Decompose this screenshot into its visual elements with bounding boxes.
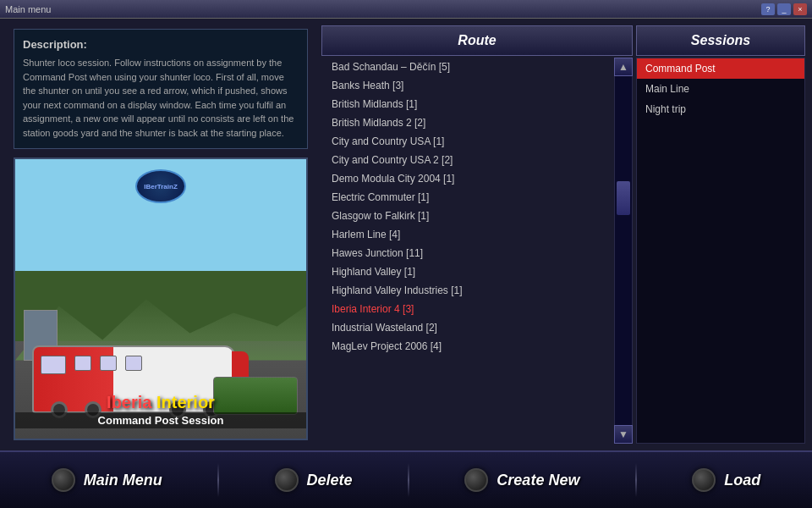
button-separator-1 [217, 463, 219, 497]
route-item[interactable]: Glasgow to Falkirk [1] [321, 207, 614, 225]
route-item[interactable]: Demo Modula City 2004 [1] [321, 169, 614, 188]
logo-badge: IBerTrainZ [135, 169, 186, 203]
route-header: Route [321, 25, 633, 56]
bottom-bar: Main Menu Delete Create New Load [0, 450, 812, 508]
description-title: Description: [23, 38, 299, 51]
close-button[interactable]: × [793, 3, 807, 15]
route-item[interactable]: Electric Commuter [1] [321, 188, 614, 207]
sessions-scroll-area: Command Post Main Line Night trip [636, 58, 805, 444]
load-button-circle [692, 468, 716, 492]
overlay-line1-red: Iberia [107, 393, 151, 411]
session-list: Command Post Main Line Night trip [637, 58, 804, 119]
button-separator-2 [408, 463, 409, 497]
session-item-command-post[interactable]: Command Post [637, 58, 804, 79]
sessions-column: Sessions Command Post Main Line Night tr… [636, 25, 805, 444]
delete-button-circle [275, 468, 299, 492]
overlay-line2: Command Post Session [15, 412, 306, 428]
create-new-button-circle [464, 468, 488, 492]
route-item[interactable]: British Midlands 2 [2] [321, 113, 614, 132]
preview-image: IBerTrainZ Iberia Interior Command Post … [14, 157, 308, 440]
route-item[interactable]: MagLev Project 2006 [4] [321, 337, 614, 356]
route-scroll-area[interactable]: Bad Schandau – Děčín [5] Banks Heath [3]… [321, 58, 614, 444]
route-item[interactable]: Harlem Line [4] [321, 225, 614, 244]
right-panel: Route Bad Schandau – Děčín [5] Banks Hea… [321, 19, 812, 450]
route-scroll-controls: ▲ ▼ [614, 58, 633, 444]
button-separator-3 [635, 463, 637, 497]
route-list: Bad Schandau – Děčín [5] Banks Heath [3]… [321, 58, 614, 356]
main-menu-button-circle [52, 468, 75, 492]
main-content: Description: Shunter loco session. Follo… [0, 19, 812, 450]
session-item-night-trip[interactable]: Night trip [637, 99, 804, 119]
main-menu-button-label: Main Menu [84, 472, 162, 489]
scroll-thumb[interactable] [617, 181, 630, 215]
route-item[interactable]: Industrial Wasteland [2] [321, 318, 614, 337]
create-new-button-label: Create New [497, 472, 579, 489]
route-item[interactable]: Banks Heath [3] [321, 76, 614, 95]
route-item[interactable]: British Midlands [1] [321, 95, 614, 113]
minimize-button[interactable]: _ [777, 3, 791, 15]
route-item-selected[interactable]: Iberia Interior 4 [3] [321, 300, 614, 318]
sessions-header: Sessions [636, 25, 805, 56]
load-button[interactable]: Load [678, 463, 774, 497]
scroll-up-button[interactable]: ▲ [614, 58, 633, 76]
route-column: Route Bad Schandau – Děčín [5] Banks Hea… [321, 25, 633, 444]
delete-button-label: Delete [307, 472, 353, 489]
session-item-main-line[interactable]: Main Line [637, 79, 804, 99]
description-text: Shunter loco session. Follow instruction… [23, 56, 299, 140]
scroll-track [614, 76, 633, 425]
route-item[interactable]: Bad Schandau – Děčín [5] [321, 58, 614, 76]
help-button[interactable]: ? [761, 3, 775, 15]
delete-button[interactable]: Delete [261, 463, 366, 497]
route-item[interactable]: Hawes Junction [11] [321, 244, 614, 262]
route-scroll-wrapper: Bad Schandau – Děčín [5] Banks Heath [3]… [321, 58, 633, 444]
description-box: Description: Shunter loco session. Follo… [14, 29, 308, 149]
title-bar-text: Main menu [5, 4, 51, 14]
scroll-down-button[interactable]: ▼ [614, 425, 633, 444]
route-item[interactable]: City and Country USA 2 [2] [321, 151, 614, 169]
title-bar-controls: ? _ × [761, 3, 807, 15]
route-sessions-container: Route Bad Schandau – Děčín [5] Banks Hea… [321, 25, 805, 444]
route-item[interactable]: Highland Valley [1] [321, 262, 614, 281]
load-button-label: Load [724, 472, 760, 489]
preview-overlay: Iberia Interior Command Post Session [15, 393, 306, 428]
route-item[interactable]: Highland Valley Industries [1] [321, 281, 614, 300]
left-panel: Description: Shunter loco session. Follo… [0, 19, 321, 450]
overlay-line1-yellow: Interior [151, 393, 214, 411]
route-item[interactable]: City and Country USA [1] [321, 132, 614, 151]
title-bar: Main menu ? _ × [0, 0, 812, 19]
main-menu-button[interactable]: Main Menu [38, 463, 176, 497]
create-new-button[interactable]: Create New [451, 463, 593, 497]
